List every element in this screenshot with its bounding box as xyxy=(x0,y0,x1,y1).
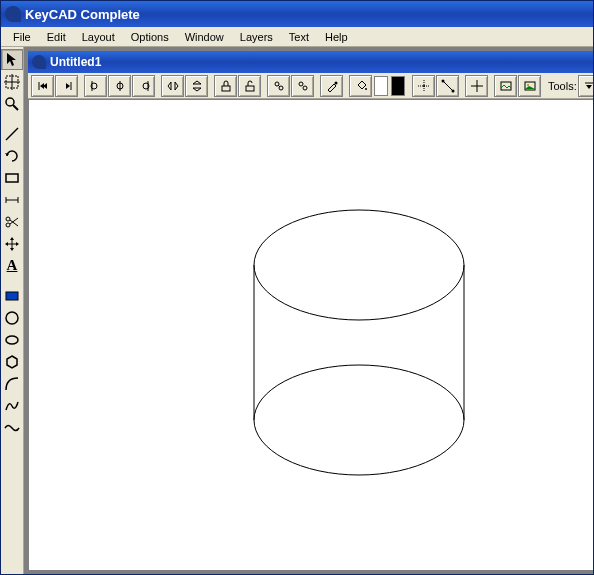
svg-point-48 xyxy=(254,210,464,320)
wave-tool[interactable] xyxy=(1,417,23,438)
rectangle-icon xyxy=(4,170,20,186)
select-tool[interactable] xyxy=(1,71,23,92)
tools-label: Tools: xyxy=(548,80,577,92)
text-tool[interactable]: A xyxy=(1,255,23,276)
svg-point-35 xyxy=(365,88,367,90)
menu-layers[interactable]: Layers xyxy=(232,29,281,45)
filled-rect-tool[interactable] xyxy=(1,285,23,306)
flip-h-button[interactable] xyxy=(161,75,184,97)
svg-line-39 xyxy=(443,81,453,91)
menu-options[interactable]: Options xyxy=(123,29,177,45)
align-center-button[interactable] xyxy=(108,75,131,97)
align-left-icon xyxy=(89,79,103,93)
lock-button[interactable] xyxy=(214,75,237,97)
document-titlebar: Untitled1 xyxy=(28,51,594,73)
nav-left-button[interactable] xyxy=(31,75,54,97)
link-button[interactable] xyxy=(267,75,290,97)
ellipse-tool[interactable] xyxy=(1,329,23,350)
image1-icon xyxy=(499,79,513,93)
svg-point-3 xyxy=(6,98,14,106)
menu-file[interactable]: File xyxy=(5,29,39,45)
menu-window[interactable]: Window xyxy=(177,29,232,45)
menu-text[interactable]: Text xyxy=(281,29,317,45)
app-icon xyxy=(5,6,21,22)
svg-point-10 xyxy=(6,223,10,227)
flip-h-icon xyxy=(166,79,180,93)
snap-point-button[interactable] xyxy=(412,75,435,97)
line-tool[interactable] xyxy=(1,123,23,144)
doc-icon xyxy=(32,55,46,69)
pointer-icon xyxy=(4,52,20,68)
menu-edit[interactable]: Edit xyxy=(39,29,74,45)
line-icon xyxy=(4,126,20,142)
align-right-button[interactable] xyxy=(132,75,155,97)
filled-rect-icon xyxy=(4,288,20,304)
big-crosshair-icon xyxy=(470,79,484,93)
svg-rect-27 xyxy=(222,86,230,91)
svg-point-40 xyxy=(441,79,444,82)
polygon-tool[interactable] xyxy=(1,351,23,372)
align-right-icon xyxy=(137,79,151,93)
svg-point-46 xyxy=(527,84,529,86)
eyedropper-button[interactable] xyxy=(320,75,343,97)
svg-point-34 xyxy=(334,81,337,84)
svg-point-11 xyxy=(6,217,10,221)
rotate-icon xyxy=(4,148,20,164)
menu-layout[interactable]: Layout xyxy=(74,29,123,45)
hexagon-icon xyxy=(4,354,20,370)
rectangle-tool[interactable] xyxy=(1,167,23,188)
svg-line-4 xyxy=(13,105,18,110)
curve-tool[interactable] xyxy=(1,395,23,416)
ellipse-icon xyxy=(4,332,20,348)
arc-tool[interactable] xyxy=(1,373,23,394)
nav-right-button[interactable] xyxy=(55,75,78,97)
svg-point-41 xyxy=(451,89,454,92)
circle-tool[interactable] xyxy=(1,307,23,328)
dropdown-arrow-icon xyxy=(582,79,594,93)
svg-point-18 xyxy=(6,336,18,344)
move-tool[interactable] xyxy=(1,233,23,254)
lock-icon xyxy=(219,79,233,93)
dimension-tool[interactable] xyxy=(1,189,23,210)
nav-left-icon xyxy=(36,79,50,93)
color-white[interactable] xyxy=(374,76,388,96)
svg-line-5 xyxy=(6,128,18,140)
flip-v-icon xyxy=(190,79,204,93)
curve-icon xyxy=(4,398,20,414)
app-title: KeyCAD Complete xyxy=(25,7,140,22)
main-area: A Untitled1 xyxy=(1,47,593,574)
drawing-canvas[interactable] xyxy=(28,99,594,570)
image2-icon xyxy=(523,79,537,93)
image1-button[interactable] xyxy=(494,75,517,97)
move-icon xyxy=(4,236,20,252)
document-area: Untitled1 xyxy=(24,47,594,574)
align-left-button[interactable] xyxy=(84,75,107,97)
eyedropper-icon xyxy=(325,79,339,93)
crosshair-button[interactable] xyxy=(465,75,488,97)
svg-point-49 xyxy=(254,365,464,475)
svg-point-17 xyxy=(6,312,18,324)
image2-button[interactable] xyxy=(518,75,541,97)
zoom-tool[interactable] xyxy=(1,93,23,114)
color-black[interactable] xyxy=(391,76,405,96)
arc-icon xyxy=(4,376,20,392)
rotate-tool[interactable] xyxy=(1,145,23,166)
document-toolbar: Tools: xyxy=(28,73,594,99)
cut-tool[interactable] xyxy=(1,211,23,232)
cylinder-drawing xyxy=(29,100,589,570)
dimension-icon xyxy=(4,192,20,208)
unlink-button[interactable] xyxy=(291,75,314,97)
pointer-tool[interactable] xyxy=(1,49,23,70)
fill-button[interactable] xyxy=(349,75,372,97)
magnifier-icon xyxy=(4,96,20,112)
left-toolbar: A xyxy=(1,47,24,574)
flip-v-button[interactable] xyxy=(185,75,208,97)
snap-grid-button[interactable] xyxy=(436,75,459,97)
tools-dropdown[interactable] xyxy=(578,75,594,97)
circle-icon xyxy=(4,310,20,326)
menu-help[interactable]: Help xyxy=(317,29,356,45)
bucket-icon xyxy=(354,79,368,93)
svg-line-31 xyxy=(278,85,280,87)
unlock-button[interactable] xyxy=(238,75,261,97)
align-center-icon xyxy=(113,79,127,93)
